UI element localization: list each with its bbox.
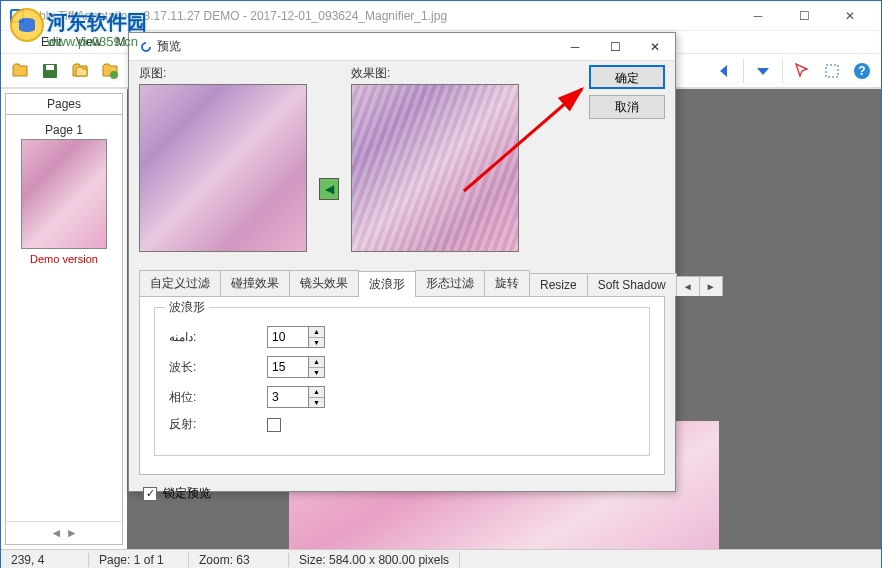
dialog-preview-label: 预览 — [157, 38, 181, 55]
page-label: Page 1 — [19, 123, 109, 137]
toolbar-separator — [743, 59, 744, 83]
help-icon[interactable]: ? — [849, 58, 875, 84]
status-zoom: Zoom: 63 — [189, 553, 289, 567]
tab-bump[interactable]: 碰撞效果 — [220, 270, 290, 296]
tab-morph[interactable]: 形态过滤 — [415, 270, 485, 296]
arrow-down-icon[interactable] — [750, 58, 776, 84]
sidebar-scroll[interactable]: ◄ ► — [6, 521, 122, 544]
effect-image — [351, 84, 519, 252]
minimize-button[interactable]: ─ — [735, 1, 781, 31]
lock-preview-checkbox[interactable] — [143, 487, 157, 501]
tab-scroll-left[interactable]: ◄ — [676, 276, 700, 296]
svg-point-4 — [110, 71, 118, 79]
spin-down-icon[interactable]: ▼ — [309, 368, 324, 378]
filter-tabs: 自定义过滤 碰撞效果 镜头效果 波浪形 形态过滤 旋转 Resize Soft … — [139, 270, 665, 297]
arrow-left-icon[interactable] — [711, 58, 737, 84]
main-window: Able Tiff Annotations 3.17.11.27 DEMO - … — [0, 0, 882, 568]
reflect-label: 反射: — [169, 416, 259, 433]
group-legend: 波浪形 — [165, 299, 209, 316]
filter-dialog: 预览 ─ ☐ ✕ 原图: ◀ 效果图: 确定 取消 — [128, 32, 676, 492]
cursor-icon[interactable] — [789, 58, 815, 84]
tab-rotate[interactable]: 旋转 — [484, 270, 530, 296]
spin-down-icon[interactable]: ▼ — [309, 398, 324, 408]
dialog-maximize-button[interactable]: ☐ — [595, 33, 635, 61]
spin-up-icon[interactable]: ▲ — [309, 387, 324, 398]
svg-rect-1 — [12, 11, 22, 21]
refresh-icon — [139, 40, 153, 54]
save-icon[interactable] — [37, 58, 63, 84]
phase-input[interactable] — [268, 387, 308, 407]
spin-up-icon[interactable]: ▲ — [309, 327, 324, 338]
svg-rect-3 — [46, 65, 54, 70]
thumbnail-image — [21, 139, 107, 249]
amplitude-input[interactable] — [268, 327, 308, 347]
tab-soft-shadow[interactable]: Soft Shadow — [587, 273, 677, 296]
select-icon[interactable] — [819, 58, 845, 84]
window-title: Able Tiff Annotations 3.17.11.27 DEMO - … — [31, 9, 735, 23]
close-button[interactable]: ✕ — [827, 1, 873, 31]
dialog-close-button[interactable]: ✕ — [635, 33, 675, 61]
amplitude-label: دامنه: — [169, 330, 259, 344]
ok-button[interactable]: 确定 — [589, 65, 665, 89]
dialog-minimize-button[interactable]: ─ — [555, 33, 595, 61]
statusbar: 239, 4 Page: 1 of 1 Zoom: 63 Size: 584.0… — [1, 549, 881, 568]
menu-edit[interactable]: Edit — [41, 35, 62, 49]
save-all-icon[interactable] — [67, 58, 93, 84]
tab-resize[interactable]: Resize — [529, 273, 588, 296]
status-coords: 239, 4 — [1, 553, 89, 567]
pages-title: Pages — [6, 94, 122, 115]
tab-wave[interactable]: 波浪形 — [358, 271, 416, 297]
dialog-titlebar: 预览 ─ ☐ ✕ — [129, 33, 675, 61]
app-icon — [9, 8, 25, 24]
status-page: Page: 1 of 1 — [89, 553, 189, 567]
demo-version-label: Demo version — [19, 253, 109, 265]
wavelength-label: 波长: — [169, 359, 259, 376]
titlebar: Able Tiff Annotations 3.17.11.27 DEMO - … — [1, 1, 881, 31]
menu-m[interactable]: M — [115, 35, 125, 49]
save-as-icon[interactable] — [97, 58, 123, 84]
window-controls: ─ ☐ ✕ — [735, 1, 873, 31]
open-icon[interactable] — [7, 58, 33, 84]
original-label: 原图: — [139, 65, 307, 82]
wave-group: 波浪形 دامنه: ▲▼ 波长: ▲▼ — [154, 307, 650, 456]
phase-label: 相位: — [169, 389, 259, 406]
effect-label: 效果图: — [351, 65, 519, 82]
toolbar-separator — [782, 59, 783, 83]
lock-preview-label: 锁定预览 — [163, 485, 211, 502]
tab-panel-wave: 波浪形 دامنه: ▲▼ 波长: ▲▼ — [139, 297, 665, 475]
tab-scroll-right[interactable]: ► — [699, 276, 723, 296]
arrow-left-icon[interactable]: ◀ — [319, 178, 339, 200]
original-image — [139, 84, 307, 252]
maximize-button[interactable]: ☐ — [781, 1, 827, 31]
dialog-body: 原图: ◀ 效果图: 确定 取消 自定义过滤 碰撞效果 镜头效果 波浪形 形态过 — [129, 61, 675, 512]
tab-lens[interactable]: 镜头效果 — [289, 270, 359, 296]
spin-down-icon[interactable]: ▼ — [309, 338, 324, 348]
page-thumbnail[interactable]: Page 1 Demo version — [19, 123, 109, 265]
tab-custom-filter[interactable]: 自定义过滤 — [139, 270, 221, 296]
spin-up-icon[interactable]: ▲ — [309, 357, 324, 368]
phase-spinner[interactable]: ▲▼ — [267, 386, 325, 408]
svg-text:?: ? — [858, 64, 865, 78]
wavelength-input[interactable] — [268, 357, 308, 377]
wavelength-spinner[interactable]: ▲▼ — [267, 356, 325, 378]
amplitude-spinner[interactable]: ▲▼ — [267, 326, 325, 348]
cancel-button[interactable]: 取消 — [589, 95, 665, 119]
svg-rect-5 — [826, 65, 838, 77]
reflect-checkbox[interactable] — [267, 418, 281, 432]
status-size: Size: 584.00 x 800.00 pixels — [289, 553, 460, 567]
menu-view[interactable]: View — [76, 35, 102, 49]
pages-sidebar: Pages Page 1 Demo version ◄ ► — [5, 93, 123, 545]
